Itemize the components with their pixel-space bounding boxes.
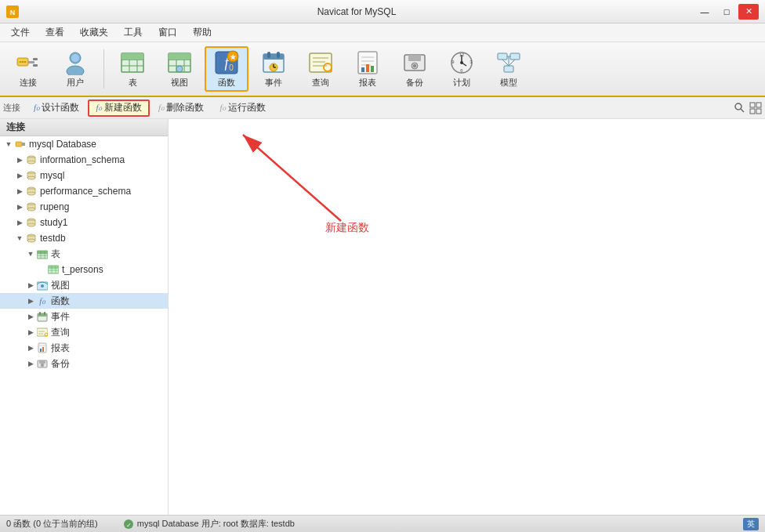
- view-icon: [167, 50, 192, 75]
- toolbar-view[interactable]: 视图: [158, 46, 201, 92]
- new-function-btn[interactable]: f₀ 新建函数: [88, 100, 149, 117]
- svg-rect-6: [33, 64, 38, 67]
- grid-icon[interactable]: [749, 102, 762, 114]
- backup-folder-icon: [36, 357, 49, 370]
- menu-bar: 文件 查看 收藏夹 工具 窗口 帮助: [0, 24, 765, 42]
- svg-rect-112: [37, 328, 48, 336]
- menu-window[interactable]: 窗口: [150, 24, 185, 42]
- svg-rect-102: [48, 266, 59, 269]
- tree-item-perf-schema[interactable]: ▶ performance_schema: [0, 183, 168, 199]
- svg-text:0: 0: [229, 63, 234, 72]
- svg-text:N: N: [10, 9, 16, 16]
- db-icon-study1: [25, 216, 38, 229]
- db-icon-testdb: [25, 232, 38, 244]
- toolbar-connect[interactable]: 连接: [6, 46, 50, 92]
- status-connection-info: mysql Database 用户: root 数据库: testdb: [137, 518, 295, 530]
- connection-icon: [14, 138, 27, 150]
- tree-item-queries[interactable]: ▶ 查询: [0, 324, 168, 340]
- design-function-btn[interactable]: f₀ 设计函数: [27, 100, 86, 117]
- menu-view[interactable]: 查看: [38, 24, 72, 42]
- svg-text:✓: ✓: [125, 522, 131, 529]
- svg-rect-97: [37, 251, 48, 254]
- toolbar-query[interactable]: 查询: [299, 46, 343, 92]
- delete-function-label: 删除函数: [166, 101, 204, 114]
- minimize-button[interactable]: —: [694, 4, 715, 20]
- svg-rect-77: [22, 143, 25, 146]
- new-function-label: 新建函数: [104, 101, 142, 114]
- svg-line-43: [330, 70, 332, 71]
- svg-rect-33: [267, 52, 270, 58]
- report-icon: [355, 50, 380, 75]
- run-function-btn[interactable]: f₀ 运行函数: [212, 100, 272, 117]
- svg-line-125: [243, 135, 341, 221]
- toolbar-report[interactable]: 报表: [346, 46, 390, 92]
- tree-item-tables[interactable]: ▼ 表: [0, 246, 168, 262]
- tree-arrow-events: ▶: [25, 311, 36, 322]
- tree-item-study1[interactable]: ▶ study1: [0, 215, 168, 230]
- tree-label-info-schema: information_schema: [40, 154, 125, 165]
- tree-label-study1: study1: [40, 217, 67, 228]
- new-func-icon: f₀: [96, 103, 101, 113]
- svg-point-8: [22, 60, 24, 63]
- menu-favorites[interactable]: 收藏夹: [72, 24, 116, 42]
- tree-item-events[interactable]: ▶ 事件: [0, 309, 168, 324]
- svg-point-92: [27, 223, 35, 226]
- tree-arrow-reports: ▶: [25, 342, 36, 353]
- svg-rect-32: [263, 54, 284, 60]
- svg-point-12: [71, 54, 79, 62]
- svg-rect-111: [44, 312, 45, 315]
- menu-help[interactable]: 帮助: [185, 24, 219, 42]
- tree-label-t-persons: t_persons: [62, 264, 103, 275]
- tree-item-info-schema[interactable]: ▶ information_schema: [0, 152, 168, 168]
- svg-rect-52: [408, 55, 421, 61]
- tree-item-testdb[interactable]: ▼ testdb: [0, 230, 168, 246]
- db-icon-perf: [25, 185, 38, 197]
- svg-rect-34: [277, 52, 280, 58]
- svg-text:3: 3: [470, 60, 473, 64]
- svg-rect-110: [39, 312, 41, 315]
- views-folder-icon: [36, 279, 49, 291]
- search-icon[interactable]: [734, 102, 746, 114]
- tree-item-mysql[interactable]: ▶ mysql: [0, 168, 168, 183]
- events-folder-icon: [36, 310, 49, 323]
- svg-rect-109: [38, 313, 47, 317]
- tree-label-rupeng: rupeng: [40, 201, 69, 212]
- toolbar-schedule[interactable]: 12 3 6 9 计划: [440, 46, 484, 92]
- toolbar-schedule-label: 计划: [453, 77, 470, 89]
- tree-label-backup: 备份: [51, 357, 70, 371]
- tree-arrow-tables: ▼: [25, 248, 36, 259]
- language-badge[interactable]: 英: [743, 518, 759, 530]
- action-bar-connection-label: 连接: [3, 102, 20, 114]
- svg-point-107: [41, 284, 44, 288]
- svg-rect-72: [750, 103, 755, 107]
- tree-item-t-persons[interactable]: ▶ t_persons: [0, 262, 168, 277]
- toolbar-table[interactable]: 表: [111, 46, 154, 92]
- svg-point-86: [27, 192, 35, 195]
- toolbar-event[interactable]: 事件: [252, 46, 295, 92]
- tree-item-functions[interactable]: ▶ f₀ 函数: [0, 293, 168, 309]
- svg-point-11: [67, 66, 84, 75]
- tree-item-reports[interactable]: ▶ 报表: [0, 340, 168, 356]
- tree-arrow-rupeng: ▶: [14, 201, 25, 212]
- delete-function-btn[interactable]: f₀ 删除函数: [151, 100, 211, 117]
- tree-item-rupeng[interactable]: ▶ rupeng: [0, 199, 168, 215]
- tree-item-mysql-db[interactable]: ▼ mysql Database: [0, 136, 168, 152]
- toolbar-function[interactable]: f 0 ★ 函数: [205, 46, 248, 92]
- close-button[interactable]: ✕: [738, 4, 759, 20]
- toolbar-backup[interactable]: 备份: [393, 46, 437, 92]
- menu-tools[interactable]: 工具: [116, 24, 150, 42]
- toolbar-model[interactable]: 模型: [487, 46, 531, 92]
- window-controls: — □ ✕: [694, 4, 759, 20]
- svg-point-25: [176, 66, 183, 72]
- maximize-button[interactable]: □: [716, 4, 737, 20]
- connect-icon: [16, 50, 41, 75]
- tree-item-views[interactable]: ▶ 视图: [0, 277, 168, 293]
- toolbar-user[interactable]: 用户: [53, 46, 97, 92]
- tree-label-perf-schema: performance_schema: [40, 186, 131, 197]
- schedule-icon: 12 3 6 9: [449, 50, 474, 75]
- menu-file[interactable]: 文件: [3, 24, 38, 42]
- function-icon: f 0 ★: [214, 50, 239, 75]
- tree-label-tables: 表: [51, 248, 60, 261]
- tree-item-backup[interactable]: ▶ 备份: [0, 356, 168, 371]
- toolbar-connect-label: 连接: [20, 77, 37, 89]
